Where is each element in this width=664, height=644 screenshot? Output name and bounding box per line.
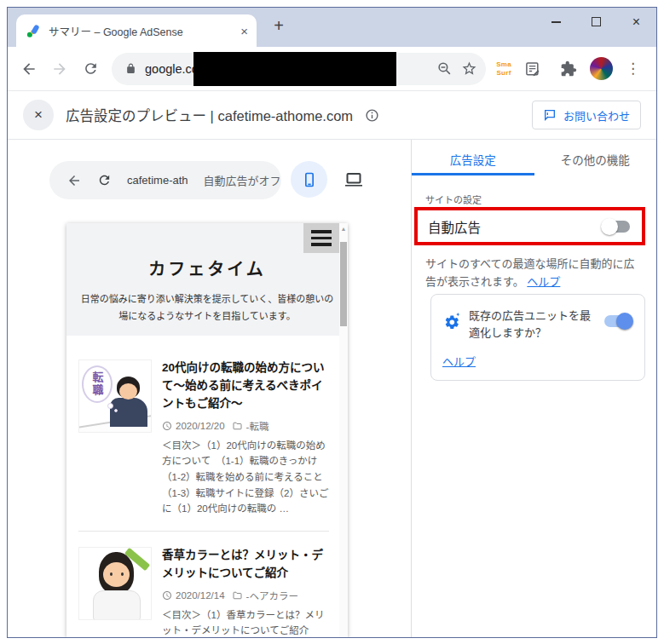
list-item[interactable]: 香草カラーとは？メリット・デメリットについてご紹介 2020/12/14 -ヘア… [78, 547, 329, 637]
preview-pane: cafetime-ath 自動広告がオフ ▲ カフェタイム [8, 140, 411, 637]
clock-icon [162, 590, 172, 601]
preview-status: 自動広告がオフ [204, 172, 281, 188]
contact-button[interactable]: お問い合わせ [532, 101, 641, 129]
help-link[interactable]: ヘルプ [442, 353, 476, 369]
window-controls: × [536, 8, 656, 36]
close-icon: × [632, 15, 640, 29]
device-selector [291, 161, 370, 198]
article-meta: 2020/12/14 -ヘアカラー [162, 589, 329, 602]
auto-ads-toggle[interactable] [601, 218, 632, 235]
forward-arrow-icon [51, 60, 68, 78]
new-tab-button[interactable]: + [267, 16, 291, 36]
maximize-icon [592, 17, 601, 26]
back-arrow-icon [20, 60, 38, 78]
tab-ad-settings[interactable]: 広告設定 [412, 143, 534, 175]
article-category[interactable]: -転職 [246, 419, 269, 433]
section-label: サイトの設定 [425, 193, 482, 206]
divider [78, 531, 329, 532]
folder-icon [232, 590, 243, 601]
article-excerpt: ＜目次＞（1）香草カラーとは？メリット・デメリットについてご紹介 （1-1）香草… [162, 607, 329, 637]
auto-ads-label: 自動広告 [428, 217, 481, 236]
preview-reload-icon[interactable] [97, 173, 112, 187]
phone-icon [301, 171, 318, 188]
article-excerpt: ＜目次＞（1）20代向けの転職の始め方について （1-1）転職のきっかけ（1-2… [162, 438, 329, 517]
page-title: 広告設定のプレビュー | cafetime-athome.com [66, 105, 353, 125]
lock-icon [125, 62, 136, 75]
close-button[interactable]: × [616, 8, 656, 36]
scroll-up-icon[interactable]: ▲ [339, 226, 348, 232]
feedback-icon [543, 108, 557, 122]
browser-window: サマリー – Google AdSense × + × google.com/ [7, 7, 657, 638]
contact-button-label: お問い合わせ [563, 107, 630, 124]
tab-title: サマリー – Google AdSense [49, 23, 233, 39]
preview-scrollbar[interactable]: ▲ [339, 223, 348, 637]
page-header: × 広告設定のプレビュー | cafetime-athome.com お問い合わ… [8, 91, 656, 140]
site-tagline: 日常の悩みに寄り添い解決策を提示していく、皆様の憩いの場になるようなサイトを目指… [80, 290, 334, 325]
thought-bubble: 転職 [82, 365, 113, 403]
menu-icon[interactable] [303, 223, 339, 253]
back-button[interactable] [14, 55, 43, 83]
site-title: カフェタイム [66, 256, 348, 280]
screenshot-root: { "icons": { "close": "×", "new_tab": "+… [0, 0, 664, 644]
extensions-puzzle-icon[interactable] [554, 55, 583, 83]
profile-avatar[interactable] [590, 57, 613, 80]
reload-icon [83, 60, 99, 77]
panel-tabs: 広告設定 その他の機能 [412, 140, 656, 175]
article-category[interactable]: -ヘアカラー [246, 589, 298, 602]
preview-back-icon[interactable] [66, 173, 82, 188]
article-list: 転職 20代向けの転職の始め方について～始める前に考えるべきポイントもご紹介～ … [66, 336, 348, 637]
list-item[interactable]: 転職 20代向けの転職の始め方について～始める前に考えるべきポイントもご紹介～ … [78, 359, 329, 517]
forward-button[interactable] [45, 55, 74, 83]
article-thumbnail: 転職 [78, 359, 152, 433]
article-meta: 2020/12/20 -転職 [162, 419, 329, 433]
adsense-logo-icon [26, 24, 41, 38]
optimize-question: 既存の広告ユニットを最適化しますか？ [469, 308, 594, 342]
article-title[interactable]: 香草カラーとは？メリット・デメリットについてご紹介 [162, 547, 329, 583]
site-preview-card: ▲ カフェタイム 日常の悩みに寄り添い解決策を提示していく、皆様の憩いの場になる… [66, 223, 348, 637]
tab-other-features[interactable]: その他の機能 [534, 143, 657, 175]
highlight-annotation: 自動広告 [414, 207, 645, 245]
preview-site-id: cafetime-ath [127, 174, 188, 187]
main-content: cafetime-ath 自動広告がオフ ▲ カフェタイム [8, 140, 656, 637]
browser-toolbar: google.com/ Sma Surf ⋮ [8, 47, 656, 91]
article-date: 2020/12/20 [176, 421, 225, 431]
optimize-toggle[interactable] [603, 313, 633, 330]
url-redaction [193, 52, 396, 86]
minimize-button[interactable] [536, 8, 576, 36]
zoom-out-icon[interactable] [436, 60, 453, 77]
scrollbar-thumb[interactable] [340, 242, 347, 326]
address-bar[interactable]: google.com/ [112, 53, 486, 85]
tab-close-icon[interactable]: × [240, 25, 248, 37]
desktop-view-button[interactable] [338, 161, 370, 198]
minimize-icon [551, 21, 561, 23]
laptop-icon [344, 170, 364, 190]
help-link[interactable]: ヘルプ [527, 275, 560, 288]
gear-sparkle-icon [442, 313, 460, 331]
auto-ads-description: サイトのすべての最適な場所に自動的に広告が表示されます。 ヘルプ [425, 256, 642, 291]
article-title[interactable]: 20代向けの転職の始め方について～始める前に考えるべきポイントもご紹介～ [162, 359, 329, 413]
optimize-card: 既存の広告ユニットを最適化しますか？ ヘルプ [430, 294, 645, 381]
article-thumbnail [78, 547, 152, 620]
article-date: 2020/12/14 [176, 590, 225, 601]
smasurf-extension-icon[interactable]: Sma Surf [496, 60, 511, 76]
browser-tab[interactable]: サマリー – Google AdSense × [16, 14, 257, 47]
info-icon[interactable] [365, 108, 379, 123]
tab-strip: サマリー – Google AdSense × + × [8, 8, 656, 47]
close-preview-button[interactable]: × [23, 100, 54, 130]
preview-toolbar: cafetime-ath 自動広告がオフ [49, 161, 281, 199]
folder-icon [232, 421, 243, 431]
settings-panel: 広告設定 その他の機能 サイトの設定 自動広告 サイトのすべての最適な場所に自動… [412, 140, 656, 637]
maximize-button[interactable] [576, 8, 616, 36]
chrome-menu-icon[interactable]: ⋮ [620, 60, 646, 78]
extensions-area: Sma Surf ⋮ [493, 55, 650, 83]
clock-icon [162, 421, 172, 431]
mobile-view-button[interactable] [291, 161, 327, 198]
notes-extension-icon[interactable] [518, 55, 547, 83]
reload-button[interactable] [76, 55, 105, 83]
bookmark-star-icon[interactable] [461, 60, 477, 77]
